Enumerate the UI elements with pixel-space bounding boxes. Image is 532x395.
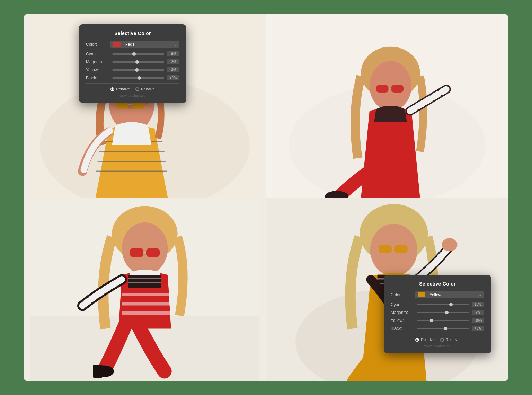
reds-divider bbox=[86, 83, 179, 84]
reds-radio-label-2: Relative bbox=[141, 87, 155, 91]
reds-radio-label-1: Relative bbox=[116, 87, 130, 91]
yellows-yellow-value: -30% bbox=[472, 318, 484, 323]
reds-yellow-track[interactable] bbox=[112, 69, 164, 71]
yellows-yellow-label: Yellow: bbox=[391, 318, 414, 323]
yellows-cyan-track[interactable] bbox=[417, 304, 469, 305]
photo-model-red-sitting bbox=[24, 198, 266, 381]
yellows-black-label: Black: bbox=[391, 326, 414, 331]
reds-magenta-track[interactable] bbox=[112, 61, 164, 63]
yellows-swatch bbox=[418, 292, 425, 297]
reds-yellow-row: Yellow: -3% bbox=[86, 67, 179, 72]
svg-rect-20 bbox=[146, 248, 160, 257]
yellows-radio-circle-2 bbox=[440, 338, 444, 342]
yellows-yellow-track[interactable] bbox=[417, 320, 469, 321]
svg-point-33 bbox=[370, 224, 417, 276]
reds-black-label: Black: bbox=[86, 76, 109, 80]
selective-color-panel-yellows: Selective Color Color: Yellows ⌄ Cyan: 1… bbox=[384, 275, 491, 353]
yellows-color-name: Yellows bbox=[429, 292, 476, 297]
reds-radio-row: Relative Relative bbox=[86, 87, 179, 91]
reds-magenta-label: Magenta: bbox=[86, 60, 109, 64]
svg-rect-11 bbox=[376, 85, 389, 93]
reds-yellow-label: Yellow: bbox=[86, 68, 109, 72]
panel-yellows-color-row: Color: Yellows ⌄ bbox=[391, 291, 484, 298]
color-dropdown-yellows[interactable]: Yellows ⌄ bbox=[415, 291, 484, 298]
reds-color-name: Reds bbox=[125, 42, 171, 47]
yellows-magenta-label: Magenta: bbox=[391, 310, 414, 315]
yellows-radio-row: Relative Relative bbox=[391, 337, 484, 342]
reds-yellow-value: -3% bbox=[167, 67, 179, 72]
yellows-divider bbox=[391, 334, 484, 334]
yellows-black-track[interactable] bbox=[417, 328, 469, 329]
svg-rect-29 bbox=[93, 365, 102, 378]
scene: Selective Color Color: Reds ⌄ Cyan: -9% … bbox=[24, 14, 508, 381]
svg-rect-34 bbox=[379, 245, 392, 253]
svg-rect-35 bbox=[394, 245, 408, 253]
svg-rect-19 bbox=[130, 248, 143, 257]
reds-radio-circle-2 bbox=[135, 87, 139, 91]
yellows-magenta-track[interactable] bbox=[417, 312, 469, 313]
yellows-watermark: www.touchers.co bbox=[391, 344, 484, 348]
yellows-yellow-row: Yellow: -30% bbox=[391, 318, 484, 323]
yellows-magenta-value: 7% bbox=[472, 310, 484, 315]
yellows-cyan-value: 15% bbox=[472, 302, 484, 307]
reds-watermark: www.touchers.co bbox=[86, 94, 179, 97]
reds-radio-relative-1[interactable]: Relative bbox=[110, 87, 130, 91]
yellows-radio-label-1: Relative bbox=[421, 337, 435, 342]
yellows-radio-relative-2[interactable]: Relative bbox=[440, 337, 460, 342]
yellows-magenta-row: Magenta: 7% bbox=[391, 310, 484, 315]
yellows-cyan-label: Cyan: bbox=[391, 302, 414, 307]
svg-point-18 bbox=[122, 222, 168, 275]
color-label-yellows: Color: bbox=[391, 292, 415, 297]
yellows-black-value: +6% bbox=[472, 326, 484, 331]
selective-color-panel-reds: Selective Color Color: Reds ⌄ Cyan: -9% … bbox=[79, 24, 186, 103]
reds-black-track[interactable] bbox=[112, 77, 164, 79]
panel-yellows-title: Selective Color bbox=[391, 281, 484, 287]
reds-dropdown-arrow: ⌄ bbox=[174, 42, 177, 47]
reds-magenta-value: -2% bbox=[167, 59, 179, 64]
svg-rect-25 bbox=[128, 275, 161, 288]
reds-radio-relative-2[interactable]: Relative bbox=[135, 87, 155, 91]
reds-swatch bbox=[113, 42, 121, 47]
panel-reds-title: Selective Color bbox=[86, 30, 179, 36]
reds-black-value: +2% bbox=[167, 75, 179, 80]
reds-radio-circle-1 bbox=[110, 87, 114, 91]
photo-model-red-center bbox=[266, 14, 508, 198]
yellows-dropdown-arrow: ⌄ bbox=[478, 293, 481, 297]
reds-cyan-label: Cyan: bbox=[86, 52, 109, 56]
reds-magenta-row: Magenta: -2% bbox=[86, 59, 179, 64]
svg-point-40 bbox=[442, 238, 457, 251]
reds-black-row: Black: +2% bbox=[86, 75, 179, 80]
svg-rect-12 bbox=[391, 85, 404, 93]
reds-cyan-value: -9% bbox=[167, 51, 179, 56]
panel-reds-color-row: Color: Reds ⌄ bbox=[86, 41, 179, 48]
reds-cyan-track[interactable] bbox=[112, 53, 164, 55]
reds-cyan-row: Cyan: -9% bbox=[86, 51, 179, 56]
color-label-reds: Color: bbox=[86, 42, 110, 47]
svg-point-10 bbox=[370, 61, 411, 111]
yellows-cyan-row: Cyan: 15% bbox=[391, 302, 484, 307]
yellows-radio-relative-1[interactable]: Relative bbox=[415, 337, 435, 342]
yellows-radio-label-2: Relative bbox=[446, 337, 460, 342]
color-dropdown-reds[interactable]: Reds ⌄ bbox=[110, 41, 179, 48]
yellows-radio-circle-1 bbox=[415, 338, 419, 342]
yellows-black-row: Black: +6% bbox=[391, 326, 484, 331]
